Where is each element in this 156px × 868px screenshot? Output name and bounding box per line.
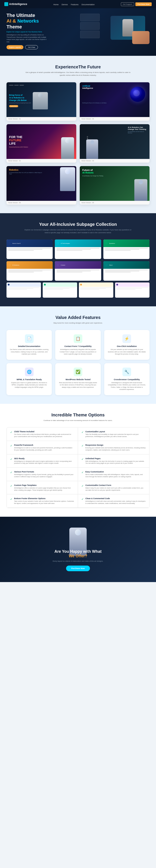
subpage-title: Your All-Inclusive Subpage Collection — [6, 222, 150, 227]
option-title-11: Bottom Footer Elementor Options — [14, 497, 74, 500]
option-desc-3: ArtIntelligence is built on a robust and… — [14, 447, 74, 451]
option-item-12: ✓ Clean & Commented Code ArtIntelligence… — [78, 494, 149, 508]
check-icon-1: ✓ — [10, 431, 12, 434]
subpage-description: Explore our immersive subpage collection… — [24, 228, 132, 234]
preview-card-hv02: FOR THE FUTURE LIFE Empowering Business … — [6, 124, 76, 163]
option-item-11: ✓ Bottom Footer Elementor Options Take c… — [7, 494, 78, 508]
option-item-9: ✓ Custom Page Templates ArtIntelligence … — [7, 481, 78, 495]
option-desc-1: Our theme comes with a fully functional … — [14, 433, 74, 438]
experience-section: ExperienceThe Future Get a glimpse of wh… — [0, 56, 156, 213]
preview-card-hv04: Artificial Intelligence We Bring the Pow… — [80, 82, 150, 121]
option-title-2: Customizable Layout — [85, 431, 146, 433]
subpage-small-1 — [6, 282, 41, 298]
hero-text: The Ultimate AI & Networks Theme Explore… — [6, 12, 76, 49]
nav-documentation[interactable]: Documentation — [81, 3, 95, 6]
experience-title: ExperienceThe Future — [6, 64, 150, 69]
option-item-10: ✓ Customizable Contact Form Make it easy… — [78, 481, 149, 495]
check-icon-8: ✓ — [81, 471, 84, 474]
features-title: Value Added Features — [6, 315, 150, 320]
option-title-7: Various Post Formats — [14, 471, 74, 473]
option-desc-6: With ArtIntelligence, the sky's the limi… — [85, 460, 146, 465]
option-item-4: ✓ Responsive Design Ensuring your websit… — [78, 441, 149, 455]
mini-card-3 — [80, 31, 100, 38]
nav-features[interactable]: Features — [71, 3, 79, 6]
hv01-content: Bring Force of AI & Robotics to Change L… — [6, 82, 76, 117]
support-button[interactable]: Get Support — [121, 2, 134, 6]
buy-button[interactable]: Purchase Now — [135, 2, 152, 6]
option-title-3: Powerful Framework — [14, 444, 74, 446]
hv01-robot — [33, 92, 48, 110]
theme-options-description: Continue to take advantage of our ever-i… — [24, 419, 132, 422]
hv05-label: Home Version : 05 — [80, 201, 150, 205]
feature-desc-6: ArtIntelligence is designed with broad b… — [108, 382, 146, 391]
option-title-8: Easy Customization — [85, 471, 146, 473]
nav-links: Home Demos Features Documentation — [53, 2, 95, 6]
check-icon-5: ✓ — [10, 458, 12, 461]
option-desc-7: ArtIntelligence supports a variety of po… — [14, 473, 74, 478]
subpage-section: Your All-Inclusive Subpage Collection Ex… — [0, 213, 156, 307]
hv01-hero-area: Bring Force of AI & Robotics to Change L… — [9, 87, 74, 115]
hero-robot — [122, 19, 133, 36]
subpage-small-4 — [115, 282, 150, 298]
features-description: Stay tuned for more exciting designs wit… — [24, 322, 132, 324]
hv06-content: Robotics AI-Powered Robots Allow You to … — [6, 166, 76, 201]
getit-button[interactable]: Get it Now — [25, 45, 38, 49]
nav-demos[interactable]: Demos — [62, 3, 68, 6]
check-icon-10: ✓ — [81, 484, 84, 488]
check-icon-12: ✓ — [81, 498, 84, 501]
feature-desc-2: ArtIntelligence seamlessly integrates wi… — [58, 348, 97, 355]
feature-card-3: ⚡ One-Click Installation Get your websit… — [104, 330, 150, 360]
option-item-8: ✓ Easy Customization We've made customiz… — [78, 468, 149, 481]
hv06-left: Robotics AI-Powered Robots Allow You to … — [9, 169, 45, 175]
feature-icon-4: 🌐 — [25, 368, 34, 376]
preview-card-hv03: THINKING AI & Robotics Can Change Your T… — [80, 124, 150, 163]
hv04-inner: Artificial Intelligence We Bring the Pow… — [80, 82, 150, 117]
option-desc-2: Tailor the flexibility and versatility t… — [85, 433, 146, 438]
hv04-content: Artificial Intelligence We Bring the Pow… — [80, 82, 150, 117]
hv05-inner: Future of AI Robots AI and Robotics Can … — [80, 166, 150, 201]
hero-buttons: Explore Layouts Get it Now — [6, 45, 76, 49]
nav-home[interactable]: Home — [53, 3, 58, 6]
subpage-row2 — [6, 282, 150, 298]
hv01-label: Home Version : 01 — [6, 117, 76, 121]
hv06-inner: Robotics AI-Powered Robots Allow You to … — [6, 166, 76, 201]
check-icon-7: ✓ — [10, 471, 12, 474]
option-desc-4: Ensuring your website looks and function… — [85, 447, 146, 451]
option-title-4: Responsive Design — [85, 444, 146, 446]
option-desc-12: ArtIntelligence is built with clean and … — [85, 500, 146, 504]
feature-title-1: Detailed Documentation — [10, 345, 48, 347]
features-header: Value Added Features Stay tuned for more… — [6, 315, 150, 324]
subpage-item-3: Questions — [103, 240, 150, 259]
feature-desc-4: Expand your reach to a global audience, … — [10, 382, 48, 389]
hv03-label: Home Version : 03 — [80, 159, 150, 163]
feature-card-5: ✅ WordPress Website Tested Rest assured … — [55, 363, 101, 395]
theme-options-section: Incredible Theme Options Continue to tak… — [0, 404, 156, 517]
option-item-1: ✓ Child Theme Included Our theme comes w… — [7, 428, 78, 441]
logo: ArtIntelligence — [4, 2, 27, 6]
feature-title-5: WordPress Website Tested — [58, 378, 97, 380]
theme-options-header: Incredible Theme Options Continue to tak… — [6, 412, 150, 422]
experience-header: ExperienceThe Future Get a glimpse of wh… — [6, 64, 150, 77]
check-icon-9: ✓ — [10, 484, 12, 488]
features-section: Value Added Features Stay tuned for more… — [0, 306, 156, 404]
options-grid: ✓ Child Theme Included Our theme comes w… — [6, 427, 150, 508]
option-item-2: ✓ Customizable Layout Tailor the flexibi… — [78, 428, 149, 441]
option-item-3: ✓ Powerful Framework ArtIntelligence is … — [7, 441, 78, 455]
option-title-1: Child Theme Included — [14, 431, 74, 433]
cta-section: Are You Happy with What We Offer? Every … — [0, 517, 156, 582]
option-desc-10: Make it easy for your visitors to reach … — [85, 487, 146, 491]
subpage-grid: How to Use AI AI Technologies Questi — [6, 240, 150, 281]
subpage-small-2 — [43, 282, 77, 298]
subpage-item-1: How to Use AI — [6, 240, 53, 259]
check-icon-11: ✓ — [10, 498, 12, 501]
hv04-sphere — [130, 87, 145, 102]
feature-desc-5: Rest assured that our theme has been tho… — [58, 382, 97, 389]
cta-content: Are You Happy with What We Offer? Every … — [6, 549, 150, 571]
explore-button[interactable]: Explore Layouts — [6, 45, 24, 49]
hero-headline: The Ultimate AI & Networks Theme — [6, 12, 76, 30]
cta-button[interactable]: Purchase Now — [66, 565, 90, 571]
check-icon-2: ✓ — [81, 431, 84, 434]
preview-grid: Bring Force of AI & Robotics to Change L… — [6, 82, 150, 205]
hero-content: The Ultimate AI & Networks Theme Explore… — [0, 8, 156, 56]
hero-tagline: Explore Our Unique Layouts for Your Busi… — [6, 31, 76, 33]
